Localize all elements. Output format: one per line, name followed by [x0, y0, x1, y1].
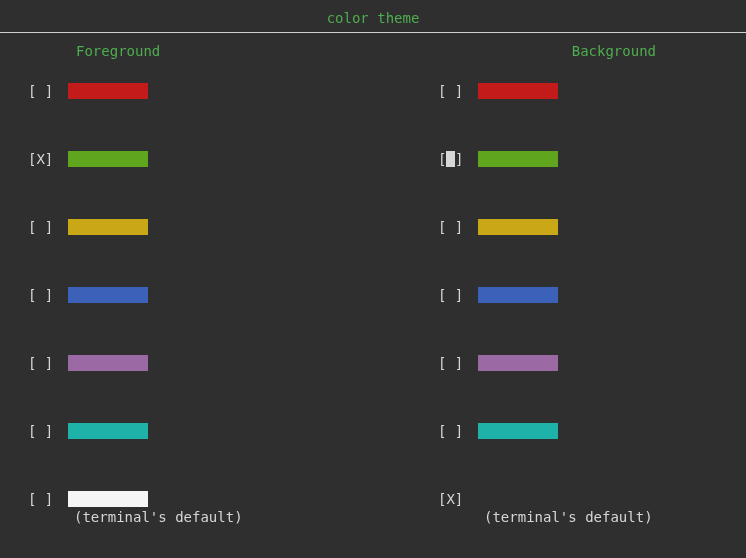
color-swatch-green [478, 151, 558, 167]
color-swatch-default [478, 491, 558, 507]
fg-option-green[interactable]: [X] [28, 151, 308, 169]
background-header: Background [438, 43, 718, 59]
color-swatch-blue [478, 287, 558, 303]
checkbox-icon[interactable]: [ ] [28, 83, 68, 99]
columns: Foreground [ ] [X] [ ] [ ] [ ] [ ] [ ] [0, 33, 746, 509]
checkbox-icon[interactable]: [ ] [438, 83, 478, 99]
fg-option-red[interactable]: [ ] [28, 83, 308, 101]
color-swatch-yellow [478, 219, 558, 235]
bg-option-green[interactable]: [ ] [438, 151, 718, 169]
checkbox-icon[interactable]: [X] [438, 491, 478, 507]
bg-option-magenta[interactable]: [ ] [438, 355, 718, 373]
color-swatch-blue [68, 287, 148, 303]
bg-option-yellow[interactable]: [ ] [438, 219, 718, 237]
color-swatch-cyan [68, 423, 148, 439]
fg-option-magenta[interactable]: [ ] [28, 355, 308, 373]
checkbox-icon[interactable]: [ ] [28, 423, 68, 439]
color-swatch-magenta [478, 355, 558, 371]
fg-option-default[interactable]: [ ] (terminal's default) [28, 491, 308, 509]
color-swatch-cyan [478, 423, 558, 439]
bg-option-red[interactable]: [ ] [438, 83, 718, 101]
foreground-column: Foreground [ ] [X] [ ] [ ] [ ] [ ] [ ] [28, 43, 308, 509]
checkbox-cursor-icon[interactable]: [ ] [438, 151, 478, 167]
color-swatch-magenta [68, 355, 148, 371]
color-swatch-red [68, 83, 148, 99]
default-caption: (terminal's default) [74, 509, 243, 525]
fg-option-blue[interactable]: [ ] [28, 287, 308, 305]
color-swatch-white [68, 491, 148, 507]
checkbox-icon[interactable]: [ ] [438, 287, 478, 303]
bg-option-cyan[interactable]: [ ] [438, 423, 718, 441]
bg-option-blue[interactable]: [ ] [438, 287, 718, 305]
checkbox-icon[interactable]: [ ] [438, 219, 478, 235]
default-caption: (terminal's default) [484, 509, 653, 525]
fg-option-cyan[interactable]: [ ] [28, 423, 308, 441]
checkbox-icon[interactable]: [ ] [28, 287, 68, 303]
color-swatch-red [478, 83, 558, 99]
checkbox-icon[interactable]: [ ] [28, 219, 68, 235]
fg-option-yellow[interactable]: [ ] [28, 219, 308, 237]
foreground-header: Foreground [28, 43, 308, 59]
checkbox-icon[interactable]: [ ] [28, 491, 68, 507]
checkbox-icon[interactable]: [ ] [438, 355, 478, 371]
color-swatch-green [68, 151, 148, 167]
bg-option-default[interactable]: [X] (terminal's default) [438, 491, 718, 509]
checkbox-icon[interactable]: [X] [28, 151, 68, 167]
page-title: color theme [0, 0, 746, 32]
checkbox-icon[interactable]: [ ] [438, 423, 478, 439]
checkbox-icon[interactable]: [ ] [28, 355, 68, 371]
color-swatch-yellow [68, 219, 148, 235]
background-column: Background [ ] [ ] [ ] [ ] [ ] [ ] [X] [438, 43, 718, 509]
